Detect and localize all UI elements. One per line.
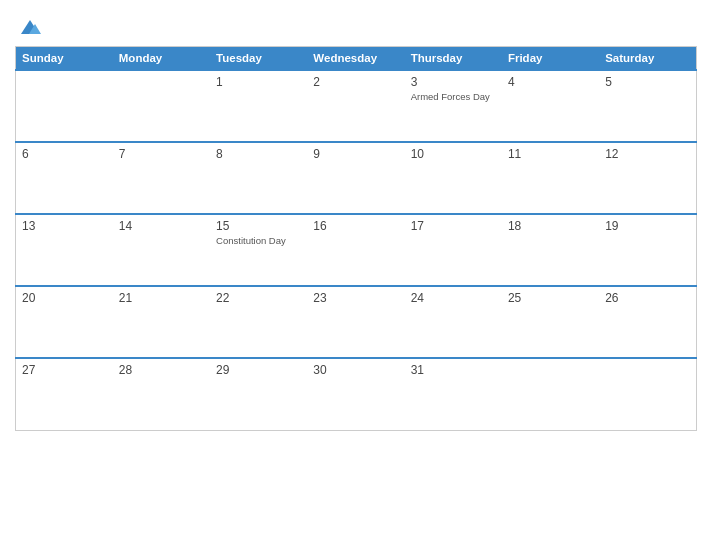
weekday-header-sunday: Sunday	[16, 47, 113, 71]
calendar-week-row: 6789101112	[16, 142, 697, 214]
logo-mountain-icon	[19, 18, 41, 36]
day-number: 19	[605, 219, 690, 233]
calendar-cell: 23	[307, 286, 404, 358]
day-number: 7	[119, 147, 204, 161]
calendar-cell: 11	[502, 142, 599, 214]
day-number: 29	[216, 363, 301, 377]
day-number: 31	[411, 363, 496, 377]
holiday-name: Armed Forces Day	[411, 91, 496, 103]
day-number: 20	[22, 291, 107, 305]
day-number: 16	[313, 219, 398, 233]
calendar-cell	[113, 70, 210, 142]
calendar-cell: 10	[405, 142, 502, 214]
weekday-header-thursday: Thursday	[405, 47, 502, 71]
holiday-name: Constitution Day	[216, 235, 301, 247]
calendar-container: SundayMondayTuesdayWednesdayThursdayFrid…	[0, 0, 712, 550]
calendar-cell: 25	[502, 286, 599, 358]
day-number: 28	[119, 363, 204, 377]
day-number: 18	[508, 219, 593, 233]
weekday-header-row: SundayMondayTuesdayWednesdayThursdayFrid…	[16, 47, 697, 71]
calendar-grid: SundayMondayTuesdayWednesdayThursdayFrid…	[15, 46, 697, 431]
calendar-cell: 29	[210, 358, 307, 430]
calendar-week-row: 2728293031	[16, 358, 697, 430]
calendar-week-row: 131415Constitution Day16171819	[16, 214, 697, 286]
calendar-week-row: 123Armed Forces Day45	[16, 70, 697, 142]
calendar-cell: 24	[405, 286, 502, 358]
calendar-cell: 8	[210, 142, 307, 214]
weekday-header-tuesday: Tuesday	[210, 47, 307, 71]
day-number: 4	[508, 75, 593, 89]
calendar-cell: 31	[405, 358, 502, 430]
calendar-cell: 15Constitution Day	[210, 214, 307, 286]
day-number: 15	[216, 219, 301, 233]
day-number: 11	[508, 147, 593, 161]
day-number: 22	[216, 291, 301, 305]
calendar-week-row: 20212223242526	[16, 286, 697, 358]
calendar-cell: 20	[16, 286, 113, 358]
calendar-cell: 30	[307, 358, 404, 430]
calendar-cell: 3Armed Forces Day	[405, 70, 502, 142]
day-number: 1	[216, 75, 301, 89]
calendar-cell	[16, 70, 113, 142]
day-number: 30	[313, 363, 398, 377]
calendar-cell: 26	[599, 286, 696, 358]
day-number: 12	[605, 147, 690, 161]
day-number: 13	[22, 219, 107, 233]
day-number: 24	[411, 291, 496, 305]
day-number: 2	[313, 75, 398, 89]
day-number: 25	[508, 291, 593, 305]
day-number: 17	[411, 219, 496, 233]
calendar-cell: 22	[210, 286, 307, 358]
calendar-cell	[502, 358, 599, 430]
weekday-header-wednesday: Wednesday	[307, 47, 404, 71]
calendar-cell: 21	[113, 286, 210, 358]
day-number: 10	[411, 147, 496, 161]
weekday-header-saturday: Saturday	[599, 47, 696, 71]
calendar-cell: 7	[113, 142, 210, 214]
weekday-header-friday: Friday	[502, 47, 599, 71]
day-number: 6	[22, 147, 107, 161]
day-number: 9	[313, 147, 398, 161]
calendar-cell: 6	[16, 142, 113, 214]
calendar-cell: 28	[113, 358, 210, 430]
day-number: 5	[605, 75, 690, 89]
calendar-cell: 2	[307, 70, 404, 142]
logo	[15, 18, 41, 36]
weekday-header-monday: Monday	[113, 47, 210, 71]
day-number: 21	[119, 291, 204, 305]
calendar-cell	[599, 358, 696, 430]
calendar-cell: 19	[599, 214, 696, 286]
calendar-cell: 13	[16, 214, 113, 286]
header	[15, 10, 697, 46]
calendar-cell: 17	[405, 214, 502, 286]
calendar-cell: 12	[599, 142, 696, 214]
day-number: 8	[216, 147, 301, 161]
calendar-cell: 27	[16, 358, 113, 430]
day-number: 14	[119, 219, 204, 233]
calendar-cell: 5	[599, 70, 696, 142]
calendar-cell: 18	[502, 214, 599, 286]
calendar-cell: 1	[210, 70, 307, 142]
day-number: 27	[22, 363, 107, 377]
calendar-cell: 4	[502, 70, 599, 142]
calendar-cell: 9	[307, 142, 404, 214]
calendar-cell: 14	[113, 214, 210, 286]
day-number: 26	[605, 291, 690, 305]
day-number: 23	[313, 291, 398, 305]
calendar-cell: 16	[307, 214, 404, 286]
day-number: 3	[411, 75, 496, 89]
